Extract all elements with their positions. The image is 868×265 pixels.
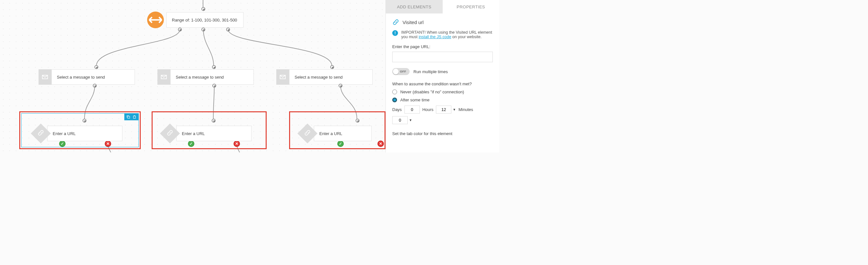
port[interactable]	[212, 84, 216, 88]
radio-after[interactable]: After some time	[392, 98, 493, 102]
x-icon[interactable]: ✕	[234, 140, 240, 147]
x-icon[interactable]: ✕	[377, 140, 384, 147]
port[interactable]	[330, 65, 334, 69]
port[interactable]	[93, 84, 97, 88]
port[interactable]	[202, 28, 205, 31]
url-label: Enter a URL	[47, 126, 122, 141]
tab-color-label: Set the tab color for this element	[392, 131, 493, 136]
days-label: Days	[392, 107, 402, 112]
chevron-down-icon: ▼	[409, 119, 412, 122]
message-node[interactable]: Select a message to send	[38, 69, 135, 85]
message-node[interactable]: Select a message to send	[157, 69, 254, 85]
range-label: Range of: 1-100, 101-300, 301-500	[166, 12, 244, 28]
node-toolbar	[124, 113, 138, 120]
run-multiple-toggle[interactable]: OFF	[392, 68, 410, 75]
range-icon	[147, 11, 164, 28]
toggle-label: Run multiple times	[413, 69, 448, 74]
hours-label: Hours	[423, 107, 434, 112]
mail-icon	[38, 69, 52, 85]
link-icon	[392, 19, 399, 26]
minutes-select[interactable]	[392, 116, 408, 124]
notice-text: on your website.	[451, 35, 482, 39]
check-icon[interactable]: ✓	[188, 140, 194, 147]
url-label: Enter a URL	[314, 126, 372, 141]
important-notice: ! IMPORTANT! When using the Visited URL …	[392, 30, 493, 39]
info-icon: !	[392, 30, 398, 36]
chevron-down-icon: ▼	[453, 108, 456, 111]
mail-icon	[276, 69, 289, 85]
install-js-link[interactable]: install the JS code	[418, 35, 451, 39]
tab-add-elements[interactable]: ADD ELEMENTS	[386, 0, 443, 13]
copy-icon[interactable]	[126, 115, 130, 119]
tab-properties[interactable]: PROPERTIES	[443, 0, 499, 13]
url-field-label: Enter the page URL:	[392, 44, 493, 49]
properties-sidebar: ADD ELEMENTS PROPERTIES Visited url ! IM…	[385, 0, 499, 153]
radio-never-label: Never (disables "if no" connection)	[400, 90, 464, 94]
page-url-input[interactable]	[392, 52, 493, 62]
radio-never[interactable]: Never (disables "if no" connection)	[392, 90, 493, 94]
port[interactable]	[83, 119, 86, 123]
check-icon[interactable]: ✓	[337, 140, 344, 147]
minutes-label: Minutes	[458, 107, 473, 112]
check-icon[interactable]: ✓	[59, 140, 65, 147]
days-input[interactable]	[404, 105, 420, 113]
trash-icon[interactable]	[132, 115, 136, 119]
port[interactable]	[355, 119, 360, 123]
message-node[interactable]: Select a message to send	[276, 69, 373, 85]
port[interactable]	[212, 119, 216, 123]
port[interactable]	[226, 28, 230, 31]
svg-rect-3	[127, 116, 130, 119]
message-label: Select a message to send	[52, 69, 135, 85]
panel-title: Visited url	[392, 19, 493, 26]
url-node[interactable]: Enter a URL	[152, 111, 267, 149]
x-icon[interactable]: ✕	[105, 140, 111, 147]
toggle-state: OFF	[400, 70, 406, 73]
hours-select[interactable]	[436, 105, 451, 113]
radio-never-input[interactable]	[392, 90, 397, 94]
condition-question: When to assume the condition wasn't met?	[392, 81, 493, 86]
radio-after-input[interactable]	[392, 98, 397, 102]
time-row: Days Hours ▼ Minutes ▼	[392, 105, 493, 124]
url-label: Enter a URL	[176, 126, 251, 141]
sidebar-tabs: ADD ELEMENTS PROPERTIES	[386, 0, 499, 13]
port[interactable]	[178, 28, 182, 31]
message-label: Select a message to send	[289, 69, 373, 85]
port[interactable]	[339, 84, 342, 88]
url-node-selected[interactable]: Enter a URL	[19, 111, 141, 149]
mail-icon	[157, 69, 170, 85]
message-label: Select a message to send	[170, 69, 254, 85]
port[interactable]	[94, 65, 98, 69]
workflow-canvas[interactable]: Range of: 1-100, 101-300, 301-500 Select…	[0, 0, 385, 153]
radio-after-label: After some time	[400, 98, 430, 102]
range-node[interactable]: Range of: 1-100, 101-300, 301-500	[147, 11, 244, 28]
port[interactable]	[202, 7, 205, 11]
port[interactable]	[212, 65, 216, 69]
panel-title-text: Visited url	[403, 20, 424, 25]
